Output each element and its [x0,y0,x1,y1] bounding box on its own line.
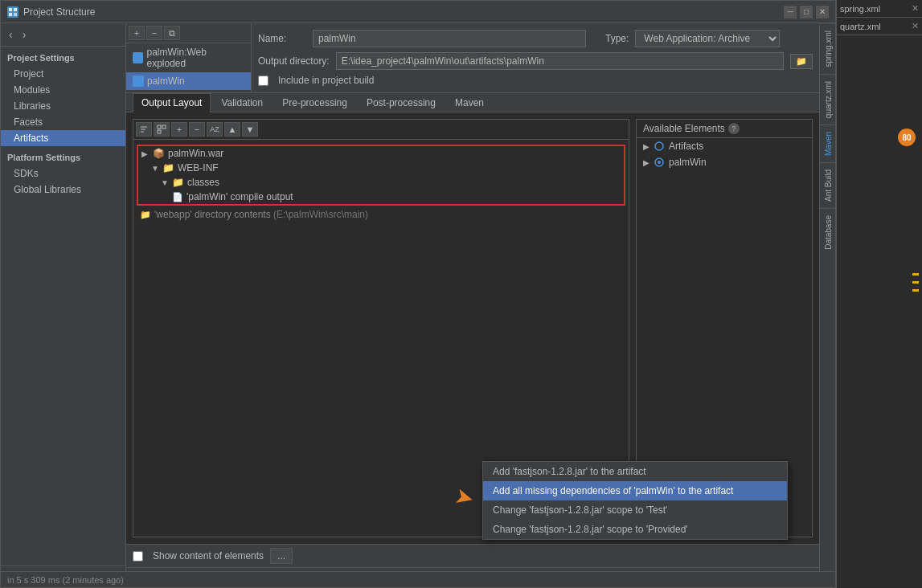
right-tab-ant-build[interactable]: Ant Build [820,162,835,208]
sidebar-item-modules[interactable]: Modules [1,82,125,98]
output-dir-row: Output directory: 📁 [258,52,813,70]
nav-forward-button[interactable]: › [19,27,30,43]
quartz-xml-label: quartz.xml [840,22,881,31]
nav-back-button[interactable]: ‹ [6,27,16,43]
tab-pre-processing[interactable]: Pre-processing [273,93,356,112]
avail-item-palmwin[interactable]: ▶ palmWin [637,154,812,170]
tree-node-web-inf[interactable]: ▼ 📁 WEB-INF [138,161,624,175]
project-settings-section: Project Settings [1,47,125,66]
svg-point-14 [655,142,663,150]
context-item-change-scope-provided[interactable]: Change 'fastjson-1.2.8.jar' scope to 'Pr… [483,520,787,539]
spring-tab-header: spring.xml ✕ [837,0,922,18]
svg-rect-13 [158,130,161,133]
war-icon: 📦 [153,148,165,159]
tree-node-palmwin-war[interactable]: ▶ 📦 palmWin.war [138,146,624,161]
output-dir-input[interactable] [336,52,784,70]
include-build-row: Include in project build [258,75,813,86]
context-item-add-fastjson[interactable]: Add 'fastjson-1.2.8.jar' to the artifact [483,462,787,481]
context-item-add-all-missing[interactable]: Add all missing dependencies of 'palmWin… [483,481,787,500]
artifact-web-exploded-icon [133,52,143,63]
avail-artifacts-label: Artifacts [669,141,703,152]
spring-tab-close[interactable]: ✕ [912,3,919,14]
artifact-item-palmwin[interactable]: palmWin [126,72,251,90]
yellow-line-1 [912,273,919,276]
window-icon [7,6,18,18]
yellow-line-2 [912,281,919,284]
tree-node-webapp[interactable]: 📁 'webapp' directory contents (E:\palmWi… [137,207,625,222]
sidebar-item-libraries[interactable]: Libraries [1,98,125,114]
classes-icon: 📁 [172,177,184,188]
tree-view-button[interactable] [154,122,170,137]
expand-arrow-webinf: ▼ [151,164,159,173]
remove-artifact-button[interactable]: − [146,26,162,40]
tab-output-layout[interactable]: Output Layout [133,93,211,112]
type-select[interactable]: Web Application: Archive [635,30,780,47]
include-build-checkbox[interactable] [258,76,268,86]
sidebar-nav: ‹ › [1,23,125,47]
tree-node-compile-output[interactable]: 📄 'palmWin' compile output [138,190,624,204]
sidebar-item-sdks[interactable]: SDKs [1,165,125,182]
palmwin-expand-icon: ▶ [643,158,649,167]
move-up-button[interactable]: ▲ [224,122,240,137]
tree-node-classes[interactable]: ▼ 📁 classes [138,175,624,190]
svg-point-5 [137,56,140,59]
available-help-icon[interactable]: ? [728,123,740,134]
context-item-change-scope-test[interactable]: Change 'fastjson-1.2.8.jar' scope to 'Te… [483,500,787,520]
sort-az-button[interactable]: AZ [207,122,223,137]
sidebar-item-project[interactable]: Project [1,66,125,82]
sidebar-item-global-libraries[interactable]: Global Libraries [1,182,125,198]
quartz-tab-close[interactable]: ✕ [912,21,919,31]
artifact-item-palmwin-web-exploded[interactable]: palmWin:Web exploded [126,43,251,72]
status-text: in 5 s 309 ms (2 minutes ago) [7,575,124,585]
right-tab-maven[interactable]: Maven [820,125,835,162]
maximize-button[interactable]: □ [800,6,813,18]
move-down-button[interactable]: ▼ [242,122,258,137]
quartz-tab-header: quartz.xml ✕ [837,18,922,35]
context-menu: Add 'fastjson-1.2.8.jar' to the artifact… [482,461,788,540]
webapp-icon: 📁 [140,210,151,220]
expand-arrow-war: ▶ [141,149,150,158]
artifact-list: + − ⧉ palmWin:Web exploded [126,23,252,92]
tree-toolbar: + − AZ ▲ ▼ [133,120,629,140]
minimize-button[interactable]: ─ [784,6,797,18]
available-header-label: Available Elements [643,123,725,134]
bottom-bar: Show content of elements ... [126,544,819,567]
remove-tree-button[interactable]: − [189,122,205,137]
add-artifact-button[interactable]: + [129,26,145,40]
tree-sort-button[interactable] [136,122,152,137]
type-label: Type: [605,33,629,44]
expand-arrow-classes: ▼ [161,178,169,187]
tab-maven[interactable]: Maven [446,93,493,112]
close-button[interactable]: ✕ [816,6,829,18]
tab-validation[interactable]: Validation [212,93,272,112]
sidebar-item-artifacts[interactable]: Artifacts [1,130,125,146]
right-tab-spring[interactable]: spring.xml [820,23,835,74]
classes-label: classes [187,177,219,188]
add-tree-button[interactable]: + [171,122,187,137]
avail-item-artifacts[interactable]: ▶ Artifacts [637,138,812,154]
name-input[interactable] [313,30,586,47]
dots-button[interactable]: ... [270,548,293,564]
browse-dir-button[interactable]: 📁 [790,54,813,69]
copy-artifact-button[interactable]: ⧉ [164,26,180,40]
right-tab-quartz[interactable]: quartz.xml [820,74,835,125]
titlebar-controls: ─ □ ✕ [784,6,829,18]
right-tab-database[interactable]: Database [820,208,835,256]
platform-settings-section: Platform Settings [1,146,125,165]
sidebar-item-facets[interactable]: Facets [1,114,125,130]
svg-point-7 [137,80,140,83]
show-content-checkbox[interactable] [133,551,143,561]
webapp-label: 'webapp' directory contents (E:\palmWin\… [154,209,368,220]
artifact-header-area: + − ⧉ palmWin:Web exploded [126,23,819,93]
output-dir-label: Output directory: [258,55,330,67]
svg-rect-11 [158,125,161,129]
window-title: Project Structure [23,6,95,18]
svg-rect-2 [9,13,12,16]
titlebar-left: Project Structure [7,6,95,18]
tab-post-processing[interactable]: Post-processing [358,93,445,112]
web-inf-label: WEB-INF [178,162,219,174]
svg-rect-1 [14,8,17,11]
artifact-form: Name: Type: Web Application: Archive Out… [252,23,819,92]
yellow-line-3 [912,289,919,292]
include-build-label: Include in project build [278,75,374,86]
